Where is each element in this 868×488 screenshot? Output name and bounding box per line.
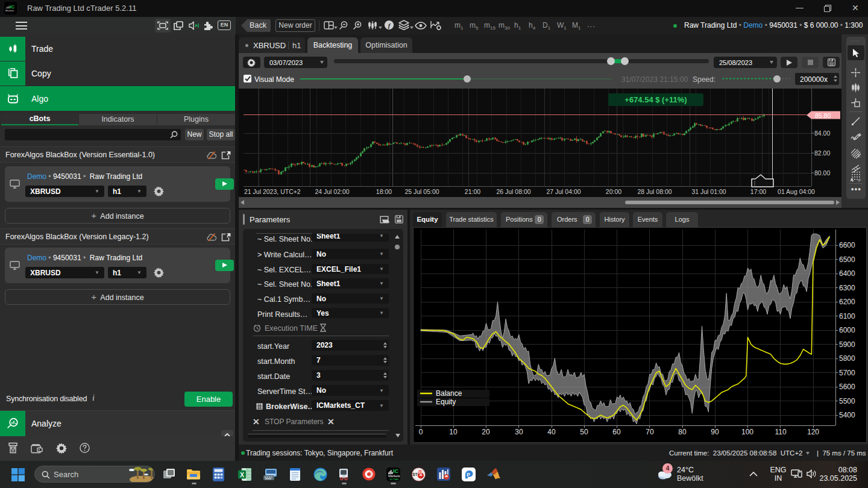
svg-text:5400: 5400 bbox=[839, 411, 855, 419]
svg-text:0: 0 bbox=[419, 428, 423, 436]
svg-text:P: P bbox=[467, 472, 470, 478]
svg-text:5900: 5900 bbox=[839, 340, 855, 349]
svg-text:120: 120 bbox=[807, 428, 819, 436]
svg-text:6600: 6600 bbox=[839, 241, 855, 249]
svg-text:E: E bbox=[858, 154, 861, 158]
svg-text:82.00: 82.00 bbox=[814, 149, 830, 157]
svg-text:60: 60 bbox=[612, 428, 621, 436]
svg-text:80.00: 80.00 bbox=[814, 169, 830, 177]
svg-text:85.80: 85.80 bbox=[815, 112, 831, 119]
svg-text:90: 90 bbox=[711, 428, 719, 436]
svg-text:21 Jul 2023, UTC+2: 21 Jul 2023, UTC+2 bbox=[244, 188, 301, 195]
svg-text:25 Jul 05:00: 25 Jul 05:00 bbox=[404, 188, 439, 195]
svg-text:5800: 5800 bbox=[839, 354, 855, 363]
svg-text:+674.54 $ (+11%): +674.54 $ (+11%) bbox=[624, 95, 687, 104]
svg-text:01 Aug 04:00: 01 Aug 04:00 bbox=[778, 188, 815, 195]
svg-text:70: 70 bbox=[646, 428, 654, 436]
svg-text:Balance: Balance bbox=[436, 389, 462, 398]
svg-text:27 Jul 04:00: 27 Jul 04:00 bbox=[546, 188, 580, 195]
svg-text:6100: 6100 bbox=[839, 312, 855, 321]
svg-text:50: 50 bbox=[580, 428, 588, 436]
svg-text:21:00: 21:00 bbox=[465, 188, 480, 195]
svg-text:26 Jul 08:00: 26 Jul 08:00 bbox=[496, 188, 530, 195]
svg-text:18:00: 18:00 bbox=[376, 188, 392, 195]
svg-text:33: 33 bbox=[418, 471, 423, 474]
svg-text:X: X bbox=[240, 472, 244, 478]
svg-text:6200: 6200 bbox=[839, 298, 855, 306]
svg-text:F: F bbox=[858, 178, 861, 183]
svg-text:5500: 5500 bbox=[839, 397, 855, 405]
svg-text:Equity: Equity bbox=[436, 398, 456, 406]
svg-text:84.00: 84.00 bbox=[814, 130, 830, 137]
svg-text:31 Jul 01:00: 31 Jul 01:00 bbox=[691, 188, 726, 195]
svg-text:100: 100 bbox=[741, 428, 753, 436]
svg-text:24 Jul 02:00: 24 Jul 02:00 bbox=[315, 188, 349, 195]
svg-text:5700: 5700 bbox=[839, 369, 855, 377]
svg-text:5600: 5600 bbox=[839, 383, 855, 391]
svg-text:80: 80 bbox=[678, 428, 687, 436]
svg-text:6300: 6300 bbox=[839, 284, 855, 292]
svg-text:6500: 6500 bbox=[839, 255, 855, 264]
svg-text:20:00: 20:00 bbox=[606, 188, 621, 195]
svg-text:6000: 6000 bbox=[839, 326, 855, 334]
svg-text:10: 10 bbox=[449, 428, 458, 436]
svg-text:28 Jul 08:00: 28 Jul 08:00 bbox=[637, 188, 671, 195]
svg-text:40: 40 bbox=[547, 428, 556, 436]
svg-text:17:00: 17:00 bbox=[750, 188, 766, 195]
svg-text:30: 30 bbox=[515, 428, 523, 436]
svg-text:110: 110 bbox=[775, 428, 786, 436]
svg-text:6400: 6400 bbox=[839, 269, 855, 278]
svg-text:20: 20 bbox=[482, 428, 490, 436]
